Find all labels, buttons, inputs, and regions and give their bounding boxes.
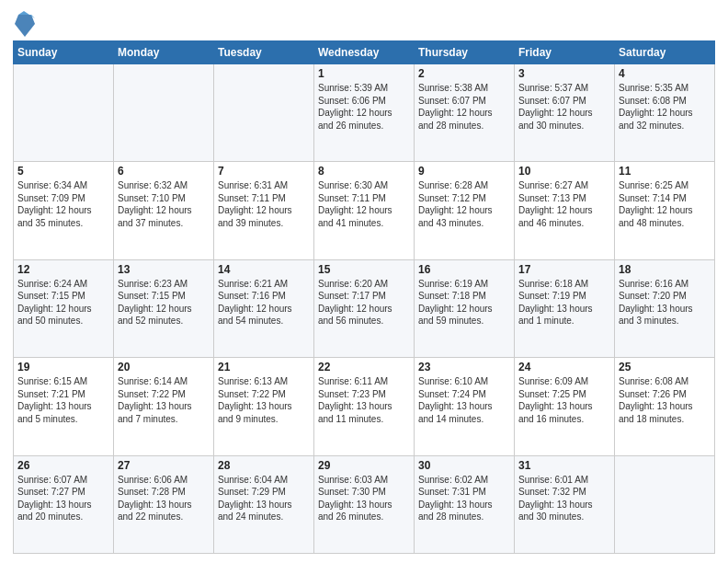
day-number: 7 — [218, 165, 310, 178]
day-number: 8 — [318, 165, 410, 178]
weekday-header: Tuesday — [214, 41, 314, 64]
day-number: 20 — [118, 361, 210, 373]
day-number: 14 — [218, 263, 310, 276]
day-number: 28 — [218, 459, 310, 472]
day-number: 15 — [318, 263, 410, 276]
calendar-cell: 17Sunrise: 6:18 AM Sunset: 7:19 PM Dayli… — [515, 259, 615, 357]
day-number: 6 — [118, 165, 210, 178]
day-info: Sunrise: 6:02 AM Sunset: 7:31 PM Dayligh… — [418, 474, 510, 523]
day-info: Sunrise: 6:20 AM Sunset: 7:17 PM Dayligh… — [318, 278, 410, 327]
calendar-cell: 9Sunrise: 6:28 AM Sunset: 7:12 PM Daylig… — [415, 162, 515, 259]
day-info: Sunrise: 6:24 AM Sunset: 7:15 PM Dayligh… — [17, 278, 109, 327]
day-info: Sunrise: 6:06 AM Sunset: 7:28 PM Dayligh… — [118, 474, 210, 523]
day-number: 27 — [118, 459, 210, 472]
day-info: Sunrise: 6:11 AM Sunset: 7:23 PM Dayligh… — [318, 375, 410, 425]
day-info: Sunrise: 6:15 AM Sunset: 7:21 PM Dayligh… — [17, 375, 109, 425]
day-number: 19 — [17, 361, 109, 373]
svg-marker-0 — [15, 15, 35, 37]
day-number: 22 — [318, 361, 410, 373]
calendar-cell: 3Sunrise: 5:37 AM Sunset: 6:07 PM Daylig… — [515, 64, 615, 162]
day-info: Sunrise: 6:27 AM Sunset: 7:13 PM Dayligh… — [518, 179, 610, 229]
weekday-header: Thursday — [415, 41, 515, 64]
day-number: 25 — [619, 361, 711, 373]
calendar-cell: 19Sunrise: 6:15 AM Sunset: 7:21 PM Dayli… — [14, 358, 114, 455]
weekday-header: Saturday — [615, 41, 715, 64]
day-number: 26 — [17, 459, 109, 472]
calendar-cell: 14Sunrise: 6:21 AM Sunset: 7:16 PM Dayli… — [214, 259, 314, 357]
calendar-table: SundayMondayTuesdayWednesdayThursdayFrid… — [13, 40, 715, 554]
calendar-cell: 26Sunrise: 6:07 AM Sunset: 7:27 PM Dayli… — [14, 455, 114, 553]
weekday-header: Sunday — [14, 41, 114, 64]
calendar-cell: 10Sunrise: 6:27 AM Sunset: 7:13 PM Dayli… — [515, 162, 615, 259]
day-number: 16 — [418, 263, 510, 276]
calendar-cell: 16Sunrise: 6:19 AM Sunset: 7:18 PM Dayli… — [415, 259, 515, 357]
day-number: 9 — [418, 165, 510, 178]
calendar-cell: 22Sunrise: 6:11 AM Sunset: 7:23 PM Dayli… — [314, 358, 415, 455]
calendar-cell — [615, 455, 715, 553]
day-number: 24 — [518, 361, 610, 373]
day-number: 31 — [518, 459, 610, 472]
day-number: 5 — [17, 165, 109, 178]
day-number: 18 — [619, 263, 711, 276]
day-number: 11 — [619, 165, 711, 178]
calendar-cell: 25Sunrise: 6:08 AM Sunset: 7:26 PM Dayli… — [615, 358, 715, 455]
calendar-cell: 31Sunrise: 6:01 AM Sunset: 7:32 PM Dayli… — [515, 455, 615, 553]
weekday-header: Monday — [114, 41, 214, 64]
calendar-cell: 24Sunrise: 6:09 AM Sunset: 7:25 PM Dayli… — [515, 358, 615, 455]
calendar-cell: 2Sunrise: 5:38 AM Sunset: 6:07 PM Daylig… — [415, 64, 515, 162]
day-info: Sunrise: 6:32 AM Sunset: 7:10 PM Dayligh… — [118, 179, 210, 229]
calendar-cell: 4Sunrise: 5:35 AM Sunset: 6:08 PM Daylig… — [615, 64, 715, 162]
weekday-header: Friday — [515, 41, 615, 64]
calendar-week-row: 5Sunrise: 6:34 AM Sunset: 7:09 PM Daylig… — [14, 162, 715, 259]
calendar-cell — [14, 64, 114, 162]
day-info: Sunrise: 6:34 AM Sunset: 7:09 PM Dayligh… — [17, 179, 109, 229]
logo-icon — [15, 11, 35, 37]
day-info: Sunrise: 6:09 AM Sunset: 7:25 PM Dayligh… — [518, 375, 610, 425]
day-info: Sunrise: 6:25 AM Sunset: 7:14 PM Dayligh… — [619, 179, 711, 229]
calendar-cell: 12Sunrise: 6:24 AM Sunset: 7:15 PM Dayli… — [14, 259, 114, 357]
calendar-page: SundayMondayTuesdayWednesdayThursdayFrid… — [0, 0, 728, 563]
day-info: Sunrise: 6:23 AM Sunset: 7:15 PM Dayligh… — [118, 278, 210, 327]
weekday-header: Wednesday — [314, 41, 415, 64]
day-info: Sunrise: 5:38 AM Sunset: 6:07 PM Dayligh… — [418, 82, 510, 132]
calendar-cell: 6Sunrise: 6:32 AM Sunset: 7:10 PM Daylig… — [114, 162, 214, 259]
day-number: 3 — [518, 67, 610, 80]
header — [13, 9, 715, 37]
calendar-cell: 1Sunrise: 5:39 AM Sunset: 6:06 PM Daylig… — [314, 64, 415, 162]
day-number: 17 — [518, 263, 610, 276]
calendar-cell: 28Sunrise: 6:04 AM Sunset: 7:29 PM Dayli… — [214, 455, 314, 553]
day-number: 4 — [619, 67, 711, 80]
day-info: Sunrise: 6:04 AM Sunset: 7:29 PM Dayligh… — [218, 474, 310, 523]
day-number: 2 — [418, 67, 510, 80]
calendar-cell: 15Sunrise: 6:20 AM Sunset: 7:17 PM Dayli… — [314, 259, 415, 357]
day-number: 30 — [418, 459, 510, 472]
day-info: Sunrise: 6:18 AM Sunset: 7:19 PM Dayligh… — [518, 278, 610, 327]
calendar-cell: 18Sunrise: 6:16 AM Sunset: 7:20 PM Dayli… — [615, 259, 715, 357]
day-info: Sunrise: 6:01 AM Sunset: 7:32 PM Dayligh… — [518, 474, 610, 523]
day-info: Sunrise: 6:30 AM Sunset: 7:11 PM Dayligh… — [318, 179, 410, 229]
calendar-week-row: 1Sunrise: 5:39 AM Sunset: 6:06 PM Daylig… — [14, 64, 715, 162]
day-info: Sunrise: 6:19 AM Sunset: 7:18 PM Dayligh… — [418, 278, 510, 327]
logo — [13, 13, 35, 37]
day-info: Sunrise: 6:10 AM Sunset: 7:24 PM Dayligh… — [418, 375, 510, 425]
day-info: Sunrise: 5:35 AM Sunset: 6:08 PM Dayligh… — [619, 82, 711, 132]
calendar-cell — [214, 64, 314, 162]
calendar-cell: 29Sunrise: 6:03 AM Sunset: 7:30 PM Dayli… — [314, 455, 415, 553]
calendar-cell: 13Sunrise: 6:23 AM Sunset: 7:15 PM Dayli… — [114, 259, 214, 357]
day-number: 12 — [17, 263, 109, 276]
calendar-cell: 30Sunrise: 6:02 AM Sunset: 7:31 PM Dayli… — [415, 455, 515, 553]
day-info: Sunrise: 6:28 AM Sunset: 7:12 PM Dayligh… — [418, 179, 510, 229]
calendar-week-row: 12Sunrise: 6:24 AM Sunset: 7:15 PM Dayli… — [14, 259, 715, 357]
day-info: Sunrise: 6:03 AM Sunset: 7:30 PM Dayligh… — [318, 474, 410, 523]
calendar-cell: 23Sunrise: 6:10 AM Sunset: 7:24 PM Dayli… — [415, 358, 515, 455]
calendar-cell: 8Sunrise: 6:30 AM Sunset: 7:11 PM Daylig… — [314, 162, 415, 259]
calendar-cell: 20Sunrise: 6:14 AM Sunset: 7:22 PM Dayli… — [114, 358, 214, 455]
day-number: 13 — [118, 263, 210, 276]
day-info: Sunrise: 6:07 AM Sunset: 7:27 PM Dayligh… — [17, 474, 109, 523]
calendar-cell: 5Sunrise: 6:34 AM Sunset: 7:09 PM Daylig… — [14, 162, 114, 259]
calendar-cell: 21Sunrise: 6:13 AM Sunset: 7:22 PM Dayli… — [214, 358, 314, 455]
calendar-cell: 7Sunrise: 6:31 AM Sunset: 7:11 PM Daylig… — [214, 162, 314, 259]
calendar-cell — [114, 64, 214, 162]
day-number: 23 — [418, 361, 510, 373]
day-info: Sunrise: 6:21 AM Sunset: 7:16 PM Dayligh… — [218, 278, 310, 327]
